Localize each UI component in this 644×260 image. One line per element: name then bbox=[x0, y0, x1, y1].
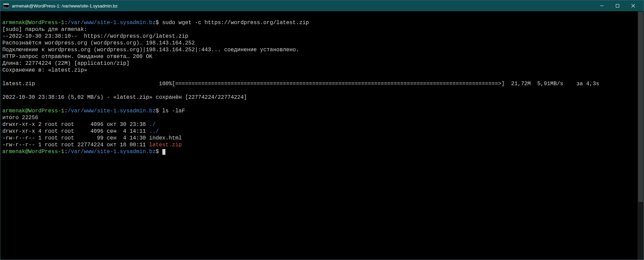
ls-row: drwxr-xr-x 2 root root 4096 окт 30 23:38 bbox=[2, 122, 149, 128]
svg-rect-4 bbox=[616, 4, 619, 7]
svg-text:>_: >_ bbox=[4, 5, 7, 8]
ls-dir: ./ bbox=[149, 122, 156, 128]
ls-row: -rw-r--r-- 1 root root 22774224 окт 18 0… bbox=[2, 142, 149, 148]
cursor bbox=[162, 149, 165, 155]
prompt-symbol: $ bbox=[156, 108, 159, 114]
prompt-symbol: $ bbox=[156, 149, 159, 155]
svg-rect-1 bbox=[3, 4, 9, 5]
progress-speed: 5,91MB/s bbox=[537, 81, 564, 87]
wget-sudo-line: [sudo] пароль для armenak: bbox=[2, 26, 87, 33]
ls-total: итого 22256 bbox=[2, 115, 38, 121]
ls-row: -rw-r--r-- 1 root root 99 сен 4 14:30 in… bbox=[2, 135, 182, 141]
prompt-sep: : bbox=[64, 108, 68, 114]
ls-dir: ../ bbox=[149, 128, 159, 134]
prompt-sep: : bbox=[64, 149, 68, 155]
prompt-user-host: armenak@WordPress-1 bbox=[2, 20, 64, 26]
progress-percent: 100% bbox=[159, 81, 172, 87]
maximize-button[interactable] bbox=[610, 0, 625, 11]
wget-line: Распознаётся wordpress.org (wordpress.or… bbox=[2, 40, 195, 46]
app-icon: >_ bbox=[3, 3, 9, 9]
wget-line: Сохранение в: «latest.zip» bbox=[2, 67, 87, 73]
command-wget: sudo wget -c https://wordpress.org/lates… bbox=[162, 20, 309, 26]
wget-line: HTTP-запрос отправлен. Ожидание ответа… … bbox=[2, 54, 153, 60]
prompt-symbol: $ bbox=[156, 20, 159, 26]
prompt-sep: : bbox=[64, 20, 68, 26]
ls-archive: latest.zip bbox=[149, 142, 182, 148]
command-ls: ls -laF bbox=[162, 108, 185, 114]
progress-eta: за 4,3s bbox=[576, 81, 599, 87]
ls-row: drwxr-xr-x 4 root root 4096 сен 4 14:11 bbox=[2, 128, 149, 134]
progress-bar: [=======================================… bbox=[172, 81, 504, 87]
progress-size: 21,72M bbox=[511, 81, 531, 87]
terminal-window: >_ armenak@WordPress-1: /var/www/site-1.… bbox=[0, 0, 644, 260]
window-title: armenak@WordPress-1: /var/www/site-1.sys… bbox=[12, 3, 118, 8]
close-button[interactable] bbox=[625, 0, 641, 11]
wget-line: Длина: 22774224 (22M) [application/zip] bbox=[2, 60, 129, 67]
prompt-cwd: /var/www/site-1.sysadmin.bz bbox=[68, 20, 156, 26]
terminal-body[interactable]: armenak@WordPress-1:/var/www/site-1.sysa… bbox=[0, 11, 644, 260]
titlebar[interactable]: >_ armenak@WordPress-1: /var/www/site-1.… bbox=[0, 0, 644, 11]
progress-filename: latest.zip bbox=[2, 81, 35, 87]
scrollbar-thumb[interactable] bbox=[638, 12, 643, 202]
prompt-cwd: /var/www/site-1.sysadmin.bz bbox=[68, 149, 156, 155]
wget-line: --2022-10-30 23:38:10-- https://wordpres… bbox=[2, 33, 188, 39]
prompt-user-host: armenak@WordPress-1 bbox=[2, 108, 64, 114]
scrollbar[interactable] bbox=[638, 11, 644, 260]
prompt-cwd: /var/www/site-1.sysadmin.bz bbox=[68, 108, 156, 114]
minimize-button[interactable] bbox=[594, 0, 610, 11]
prompt-user-host: armenak@WordPress-1 bbox=[2, 149, 64, 155]
wget-done-line: 2022-10-30 23:38:16 (5,02 MB/s) - «lates… bbox=[2, 94, 247, 100]
wget-line: Подключение к wordpress.org (wordpress.o… bbox=[2, 47, 299, 53]
